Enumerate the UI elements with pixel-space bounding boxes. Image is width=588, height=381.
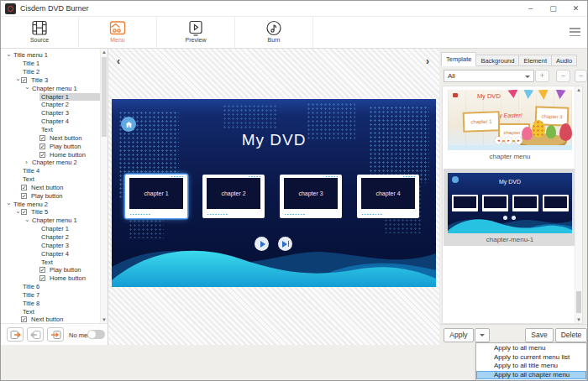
- tree-item-chapter-3[interactable]: Chapter 3: [1, 241, 100, 249]
- tree-item-chapter-4[interactable]: Chapter 4: [1, 117, 100, 126]
- tree-item-chapter-1[interactable]: Chapter 1: [1, 225, 100, 233]
- toolbar-preview-button[interactable]: Preview: [157, 17, 235, 48]
- tab-background[interactable]: Background: [475, 55, 519, 66]
- template-card-selected[interactable]: My DVD chapter-menu-1: [444, 169, 576, 246]
- tree-item-home-button[interactable]: ✓Home button: [1, 274, 100, 283]
- visibility-checkbox[interactable]: ✓: [21, 316, 27, 322]
- minimize-button[interactable]: –: [519, 1, 542, 17]
- tree-item-title-6[interactable]: Title 6: [1, 283, 100, 291]
- move-back-button[interactable]: [27, 327, 44, 342]
- no-menu-toggle[interactable]: [87, 330, 105, 339]
- scroll-down-icon[interactable]: ▼: [101, 317, 108, 322]
- scroll-up-icon[interactable]: ▲: [575, 87, 582, 92]
- chapter-thumbnail-3[interactable]: chapter 3: [280, 175, 342, 218]
- easter-template-thumbnail[interactable]: My DVD Happy Easter! chapter 1chapter 2c…: [448, 90, 572, 150]
- tree-item-chapter-menu-2[interactable]: ›Chapter menu 2: [1, 159, 100, 167]
- tree-item-title-2[interactable]: Title 2: [1, 68, 100, 76]
- navy-template-thumbnail[interactable]: My DVD: [448, 173, 572, 233]
- toolbar-source-button[interactable]: Source: [1, 17, 79, 48]
- tree-item-chapter-3[interactable]: Chapter 3: [1, 109, 100, 117]
- hamburger-menu-icon[interactable]: [570, 28, 580, 36]
- tree-item-title-3[interactable]: ›✓Title 3: [1, 76, 100, 85]
- tree-item-chapter-2[interactable]: Chapter 2: [1, 101, 100, 109]
- visibility-checkbox[interactable]: ✓: [39, 144, 45, 149]
- tree-item-play-button[interactable]: ✓Play button: [1, 142, 100, 150]
- visibility-checkbox[interactable]: ✓: [21, 185, 27, 190]
- visibility-checkbox[interactable]: ✓: [21, 77, 27, 83]
- tree-item-text[interactable]: Text: [1, 175, 100, 184]
- dvd-menu-preview[interactable]: My DVD chapter 1 chapter 2 chapter 3 cha…: [112, 99, 436, 287]
- tree-item-title-4[interactable]: Title 4: [1, 167, 100, 175]
- chapter-thumbnail-4[interactable]: chapter 4: [357, 175, 419, 218]
- tree-item-chapter-4[interactable]: Chapter 4: [1, 249, 100, 258]
- dvd-menu-title[interactable]: My DVD: [112, 131, 436, 149]
- tree-item-play-button[interactable]: ✓Play button: [1, 266, 100, 274]
- tree-item-home-button[interactable]: ✓Home button: [1, 150, 100, 159]
- close-button[interactable]: ✕: [564, 1, 587, 17]
- tree-item-text[interactable]: Text: [1, 258, 100, 266]
- next-menu-arrow[interactable]: ›: [426, 56, 429, 66]
- delete-button[interactable]: Delete: [555, 328, 587, 342]
- tree-expander-icon[interactable]: ›: [23, 159, 30, 166]
- home-button[interactable]: [121, 117, 136, 132]
- move-in-button[interactable]: [47, 327, 64, 342]
- scroll-up-icon[interactable]: ▲: [101, 50, 108, 55]
- scrollbar-thumb[interactable]: [102, 57, 107, 137]
- tree-item-next-button[interactable]: ✓Next button: [1, 133, 100, 142]
- visibility-checkbox[interactable]: ✓: [21, 209, 27, 215]
- chapter-thumbnail-2[interactable]: chapter 2: [202, 175, 265, 218]
- prev-menu-arrow[interactable]: ‹: [117, 56, 120, 66]
- template-card-easter[interactable]: My DVD Happy Easter! chapter 1chapter 2c…: [444, 90, 576, 162]
- add-template-button[interactable]: +: [535, 70, 549, 82]
- tree-expander-icon[interactable]: ›: [24, 217, 30, 224]
- tree-item-chapter-menu-1[interactable]: ›Chapter menu 1: [1, 217, 100, 225]
- scrollbar-thumb[interactable]: [576, 291, 581, 313]
- tree-item-chapter-1[interactable]: Chapter 1: [1, 92, 100, 101]
- toolbar-menu-button[interactable]: Menu: [79, 17, 157, 48]
- tree-item-play-button[interactable]: ✓Play button: [1, 191, 100, 200]
- visibility-checkbox[interactable]: ✓: [39, 135, 45, 141]
- chapter-thumbnail-1[interactable]: chapter 1: [125, 175, 187, 218]
- menu-item-apply-to-current-menu-list[interactable]: Apply to current menu list: [476, 353, 586, 363]
- tree-item-title-7[interactable]: Title 7: [1, 290, 100, 299]
- maximize-button[interactable]: ▢: [542, 1, 564, 17]
- menu-item-apply-to-all-menu[interactable]: Apply to all menu: [476, 344, 586, 353]
- tree-item-chapter-2[interactable]: Chapter 2: [1, 233, 100, 242]
- visibility-checkbox[interactable]: ✓: [21, 193, 27, 199]
- move-out-button[interactable]: [7, 327, 24, 342]
- tree-scrollbar[interactable]: ▲ ▼: [100, 49, 108, 323]
- dots-decor: [284, 213, 306, 216]
- tree-item-next-button[interactable]: ✓Next button: [1, 316, 100, 323]
- tree-item-chapter-menu-1[interactable]: ›Chapter menu 1: [1, 84, 100, 92]
- remove-template-button[interactable]: −: [556, 70, 570, 82]
- tab-template[interactable]: Template: [441, 52, 476, 66]
- tree-item-title-5[interactable]: ›✓Title 5: [1, 208, 100, 217]
- remove-template-button-2[interactable]: −: [575, 70, 587, 82]
- tree-item-title-1[interactable]: Title 1: [1, 60, 100, 68]
- scroll-down-icon[interactable]: ▼: [575, 317, 582, 322]
- tree-expander-icon[interactable]: ›: [5, 201, 12, 208]
- tab-audio[interactable]: Audio: [551, 55, 577, 66]
- save-button[interactable]: Save: [525, 328, 554, 342]
- tree-expander-icon[interactable]: ›: [14, 208, 21, 216]
- tree-item-text[interactable]: Text: [1, 307, 100, 316]
- menu-item-apply-to-all-title-menu[interactable]: Apply to all title menu: [476, 362, 586, 371]
- template-filter-select[interactable]: All: [444, 70, 534, 82]
- tree-item-title-menu-1[interactable]: ›Title menu 1: [1, 51, 100, 60]
- tree-item-title-menu-2[interactable]: ›Title menu 2: [1, 200, 100, 208]
- tree-item-title-8[interactable]: Title 8: [1, 299, 100, 307]
- tree-expander-icon[interactable]: ›: [14, 76, 21, 84]
- menu-item-apply-to-all-chapter-menu[interactable]: Apply to all chapter menu: [476, 371, 586, 380]
- visibility-checkbox[interactable]: ✓: [39, 152, 45, 158]
- template-list-scrollbar[interactable]: ▲ ▼: [575, 86, 582, 323]
- visibility-checkbox[interactable]: ✓: [39, 275, 45, 281]
- tree-expander-icon[interactable]: ›: [24, 85, 30, 92]
- toolbar-burn-button[interactable]: Burn: [235, 17, 313, 48]
- apply-dropdown-button[interactable]: [475, 328, 490, 342]
- apply-button[interactable]: Apply: [444, 328, 474, 342]
- visibility-checkbox[interactable]: ✓: [39, 267, 45, 273]
- tab-element[interactable]: Element: [518, 55, 552, 66]
- tree-item-text[interactable]: Text: [1, 126, 100, 134]
- tree-expander-icon[interactable]: ›: [5, 51, 12, 59]
- tree-item-next-button[interactable]: ✓Next button: [1, 184, 100, 192]
